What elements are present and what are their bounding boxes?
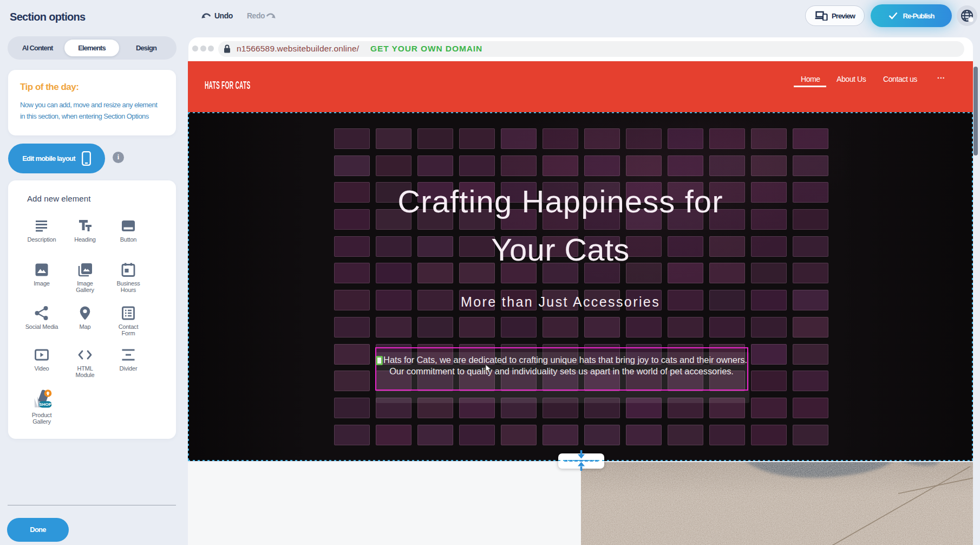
svg-text:SHOP: SHOP bbox=[39, 402, 51, 407]
